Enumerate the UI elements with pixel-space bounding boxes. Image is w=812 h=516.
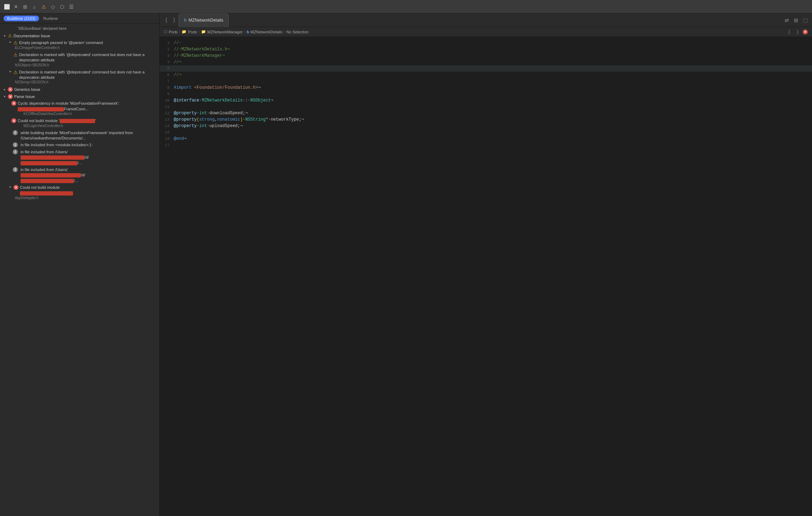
- issue-text: Could not build module: [20, 185, 156, 196]
- list-item[interactable]: i in file included from /Users/ /d/ /...: [0, 166, 159, 184]
- warn-icon: ⚠: [13, 40, 18, 45]
- chevron-item: [9, 185, 12, 188]
- split-icon[interactable]: ⊟: [793, 17, 799, 23]
- error-icon: ✕: [11, 101, 16, 106]
- list-item[interactable]: ✕ Cyclic dependency in module 'MizeFound…: [0, 100, 159, 117]
- code-line-9: 9: [160, 91, 812, 97]
- line-content: @end¬: [174, 136, 812, 142]
- line-number: 3: [160, 53, 174, 59]
- code-line-4: 4 //¬: [160, 59, 812, 65]
- swap-icon[interactable]: ⇄: [784, 17, 790, 23]
- grid-icon[interactable]: ⊞: [22, 4, 28, 10]
- issue-group-label: Documentation Issue: [13, 34, 50, 38]
- issue-text: Cyclic dependency in module 'MizeFoundat…: [18, 101, 156, 112]
- code-line-6: 6 //¬: [160, 72, 812, 78]
- line-content: //¬: [174, 72, 812, 78]
- issue-file: ELCImagePickerController.h: [9, 46, 156, 51]
- code-editor[interactable]: 1 //· 2 //·MZNetworkDetails.h¬ 3 //·MZNe…: [160, 37, 812, 516]
- error-icon: ✕: [8, 87, 13, 92]
- issue-file: NSString+SBJSON.h: [9, 80, 156, 85]
- code-line-2: 2 //·MZNetworkDetails.h¬: [160, 46, 812, 53]
- list-item[interactable]: ✕ Could not build module ' ' MZLoginView…: [0, 117, 159, 129]
- breadcrumb-label[interactable]: Pods: [188, 30, 197, 34]
- nav-forward-icon[interactable]: ⟩: [171, 17, 177, 23]
- issue-file: AppDelegate.h: [9, 196, 156, 201]
- breadcrumb-folder[interactable]: 📁 Pods: [182, 29, 197, 34]
- breadcrumb-close-button[interactable]: ✕: [803, 29, 808, 34]
- line-number: 11: [160, 104, 174, 110]
- breadcrumb-label3[interactable]: MZNetworkDetails: [251, 30, 283, 34]
- issues-list: 'SBJsonBase' declared here ⚠ Documentati…: [0, 24, 159, 516]
- note-icon[interactable]: ☰: [68, 4, 74, 10]
- breadcrumb-label4: No Selection: [287, 30, 308, 34]
- h-icon: h: [247, 30, 249, 34]
- line-number: 10: [160, 97, 174, 104]
- h-file-icon: h: [184, 18, 187, 23]
- layout-icon[interactable]: ⬚: [802, 17, 808, 23]
- breadcrumb-mznetworkmanager[interactable]: 📁 MZNetworkManager: [201, 29, 243, 34]
- error-icon: ✕: [13, 185, 18, 190]
- line-content: @property·int·downloadSpeed;¬: [174, 110, 812, 116]
- issue-group-header-documentation[interactable]: ⚠ Documentation Issue: [0, 32, 159, 39]
- tab-buildtime[interactable]: Buildtime (2103): [4, 16, 39, 21]
- editor-tab-mznetworkdetails[interactable]: h MZNetworkDetails: [179, 13, 229, 27]
- warn-icon: ⚠: [13, 70, 18, 75]
- close-icon[interactable]: ✕: [13, 4, 19, 10]
- breadcrumb-sep: ›: [199, 30, 200, 34]
- code-line-8: 8 #import <Foundation/Foundation.h>¬: [160, 84, 812, 91]
- breadcrumb-mznetworkdetails[interactable]: h MZNetworkDetails: [247, 30, 283, 34]
- issue-text: Declaration is marked with '@deprecated'…: [19, 70, 156, 81]
- list-item[interactable]: ✕ Could not build module AppDelegate.h: [0, 184, 159, 202]
- chevron-generics: [3, 88, 6, 91]
- chevron-parse: [3, 95, 6, 98]
- line-content: @property(strong,nonatomic)·NSString*·ne…: [174, 116, 812, 123]
- line-number: 15: [160, 129, 174, 136]
- list-item[interactable]: i in file included from /Users/ /d/ /...: [0, 149, 159, 166]
- issues-panel: Buildtime (2103) Runtime 'SBJsonBase' de…: [0, 13, 160, 516]
- tab-bar: Buildtime (2103) Runtime: [0, 13, 159, 24]
- issue-group-documentation: ⚠ Documentation Issue ⚠ Empty paragraph …: [0, 32, 159, 86]
- file-icon[interactable]: ⬜: [4, 4, 10, 10]
- nav-back-editor[interactable]: ⟨: [786, 29, 792, 35]
- nav-forward-editor[interactable]: ⟩: [794, 29, 801, 35]
- breadcrumb-pods-label[interactable]: Pods: [169, 30, 178, 34]
- breadcrumb-label2[interactable]: MZNetworkManager: [207, 30, 243, 34]
- tab-runtime[interactable]: Runtime: [41, 16, 60, 21]
- line-number: 6: [160, 72, 174, 78]
- issue-text: in file included from /Users/ /d/ /...: [21, 149, 89, 166]
- list-item[interactable]: i in file included from <module-includes…: [0, 142, 159, 148]
- diamond-icon[interactable]: ◇: [50, 4, 56, 10]
- breadcrumb-no-selection[interactable]: No Selection: [287, 30, 308, 34]
- error-icon: ✕: [8, 94, 13, 99]
- info-icon: i: [13, 142, 18, 147]
- line-number: 9: [160, 91, 174, 97]
- search-icon[interactable]: ⌕: [31, 4, 38, 10]
- line-number: 1: [160, 40, 174, 46]
- line-number: 12: [160, 110, 174, 116]
- folder-icon2: 📁: [201, 29, 206, 34]
- editor-topbar-right: ⇄ ⊟ ⬚: [784, 17, 808, 23]
- line-number: 4: [160, 59, 174, 65]
- tag-icon[interactable]: ⬡: [59, 4, 65, 10]
- code-line-13: 13 @property(strong,nonatomic)·NSString*…: [160, 116, 812, 123]
- nav-back-icon[interactable]: ⟨: [163, 17, 169, 23]
- main-toolbar: ⬜ ✕ ⊞ ⌕ ⚠ ◇ ⬡ ☰: [0, 0, 812, 13]
- issue-text: while building module 'MizeFoundationFra…: [21, 130, 156, 141]
- list-item[interactable]: ⚠ Empty paragraph passed to '@param' com…: [0, 39, 159, 51]
- issue-group-header-parse[interactable]: ✕ Parse Issue: [0, 93, 159, 100]
- list-item[interactable]: ⚠ Declaration is marked with '@deprecate…: [0, 51, 159, 69]
- breadcrumb-sep: ›: [284, 30, 285, 34]
- code-line-1: 1 //·: [160, 40, 812, 46]
- list-item[interactable]: 'SBJsonBase' declared here: [0, 25, 159, 32]
- line-content: [174, 78, 812, 84]
- issue-group-header-generics[interactable]: ✕ Generics Issue: [0, 86, 159, 93]
- list-item[interactable]: ⚠ Declaration is marked with '@deprecate…: [0, 69, 159, 86]
- breadcrumb-sep: ›: [244, 30, 245, 34]
- warn-icon: ⚠: [8, 33, 12, 38]
- line-number: 8: [160, 84, 174, 91]
- warning-icon[interactable]: ⚠: [40, 4, 47, 10]
- breadcrumb-pods-icon[interactable]: ⬡ Pods: [164, 29, 178, 34]
- line-number: 7: [160, 78, 174, 84]
- line-content: //·MZNetworkManager¬: [174, 53, 812, 59]
- list-item[interactable]: i while building module 'MizeFoundationF…: [0, 130, 159, 142]
